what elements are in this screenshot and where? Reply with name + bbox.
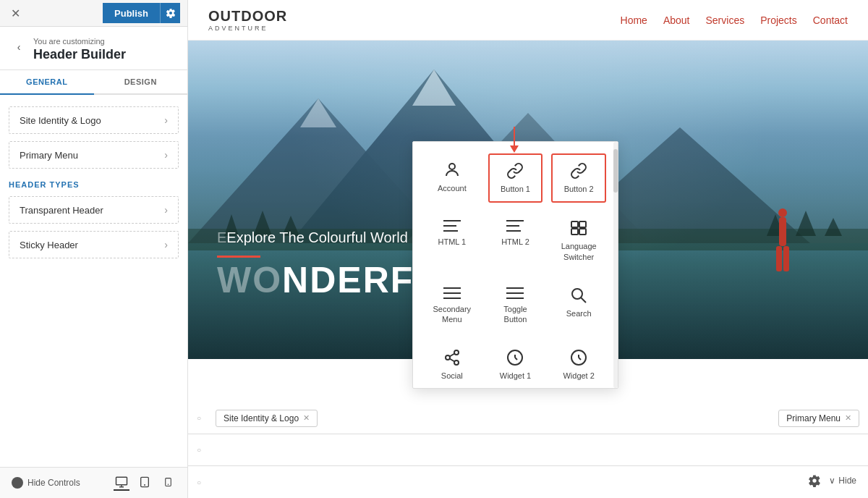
tag-label: Site Identity & Logo [224, 413, 299, 423]
svg-point-45 [454, 350, 459, 355]
popup-item-label: Toggle Button [495, 304, 537, 325]
svg-rect-23 [779, 217, 786, 246]
row-content: Site Identity & Logo ✕ [210, 410, 778, 427]
svg-rect-0 [116, 477, 127, 485]
popup-item-html2[interactable]: HTML 2 [488, 211, 543, 270]
panel-item-sticky-header[interactable]: Sticky Header › [9, 231, 179, 258]
nav-contact[interactable]: Contact [813, 14, 848, 26]
chevron-right-icon: › [164, 149, 168, 161]
app-container: ✕ Publish ‹ You are customizing Header B… [0, 0, 868, 498]
popup-item-label: Button 1 [501, 184, 530, 194]
svg-rect-25 [783, 246, 789, 271]
mobile-icon[interactable] [160, 475, 176, 491]
popup-grid: Account Button 1 Button 2 [425, 153, 606, 388]
left-panel: ✕ Publish ‹ You are customizing Header B… [0, 0, 188, 498]
popup-item-label: Social [441, 371, 463, 381]
bottom-right-controls: ∨ Hide [793, 463, 868, 498]
svg-rect-36 [579, 229, 586, 235]
chevron-right-icon: › [164, 204, 168, 216]
top-bar: ✕ Publish [0, 0, 187, 27]
popup-item-label: Secondary Menu [431, 304, 473, 325]
preview-header: OUTDOOR ADVENTURE Home About Services Pr… [188, 0, 868, 41]
section-title-header-types: HEADER TYPES [9, 180, 179, 189]
builder-row-2: ○ [188, 434, 868, 466]
svg-point-46 [446, 355, 450, 360]
remove-tag-icon[interactable]: ✕ [303, 413, 310, 423]
panel-item-label: Sticky Header [20, 240, 78, 250]
popup-item-widget1[interactable]: Widget 1 [488, 341, 543, 388]
nav-services[interactable]: Services [705, 14, 744, 26]
svg-rect-35 [571, 229, 578, 235]
popup-item-widget2[interactable]: Widget 2 [551, 341, 606, 388]
popup-item-social[interactable]: Social [425, 341, 480, 388]
site-logo: OUTDOOR ADVENTURE [208, 8, 287, 32]
popup-item-label: Widget 1 [500, 371, 531, 381]
panel-footer: Hide Controls [0, 467, 187, 498]
popup-item-search[interactable]: Search [551, 279, 606, 333]
builder-row-1: ○ Site Identity & Logo ✕ Primary Menu ✕ [188, 402, 868, 434]
tab-design[interactable]: DESIGN [94, 70, 188, 95]
popup-item-language-switcher[interactable]: Language Switcher [551, 211, 606, 270]
popup-item-secondary-menu[interactable]: Secondary Menu [425, 279, 480, 333]
popup-item-button1[interactable]: Button 1 [488, 153, 543, 203]
panel-content: Site Identity & Logo › Primary Menu › HE… [0, 95, 187, 467]
tab-general[interactable]: GENERAL [0, 70, 94, 95]
panel-item-site-identity[interactable]: Site Identity & Logo › [9, 106, 179, 134]
circle-icon [12, 477, 23, 489]
back-button[interactable]: ‹ [10, 38, 27, 56]
nav-projects[interactable]: Projects [760, 14, 797, 26]
svg-point-22 [778, 208, 787, 217]
popup-scroll[interactable]: Account Button 1 Button 2 [413, 142, 618, 388]
remove-tag-icon[interactable]: ✕ [845, 413, 851, 423]
popup-item-account[interactable]: Account [425, 153, 480, 203]
gear-button[interactable] [804, 470, 825, 491]
popup-item-label: HTML 2 [501, 237, 529, 247]
svg-rect-33 [571, 221, 578, 227]
site-tagline: ADVENTURE [208, 25, 287, 32]
svg-point-43 [572, 289, 582, 299]
chevron-right-icon: › [164, 114, 168, 126]
site-name: OUTDOOR [208, 8, 287, 25]
publish-area: Publish [103, 3, 180, 23]
primary-menu-tag[interactable]: Primary Menu ✕ [778, 410, 859, 427]
panel-item-label: Site Identity & Logo [20, 115, 101, 126]
popup-item-label: Button 2 [564, 184, 594, 194]
popup-item-button2[interactable]: Button 2 [551, 153, 606, 203]
panel-item-primary-menu[interactable]: Primary Menu › [9, 141, 179, 169]
panel-item-transparent-header[interactable]: Transparent Header › [9, 196, 179, 224]
svg-point-47 [454, 360, 459, 365]
svg-line-49 [449, 354, 454, 357]
hide-label: Hide [838, 476, 856, 486]
nav-home[interactable]: Home [621, 14, 647, 26]
device-icons [114, 475, 176, 491]
tablet-icon[interactable] [137, 475, 153, 491]
desktop-icon[interactable] [114, 475, 129, 491]
popup-item-html1[interactable]: HTML 1 [425, 211, 480, 270]
site-identity-tag[interactable]: Site Identity & Logo ✕ [216, 410, 318, 427]
tabs: GENERAL DESIGN [0, 70, 187, 95]
svg-rect-34 [579, 221, 586, 227]
nav-about[interactable]: About [663, 14, 690, 26]
chevron-down-icon: ∨ [829, 476, 835, 486]
close-button[interactable]: ✕ [7, 5, 23, 21]
hide-controls-label: Hide Controls [27, 478, 80, 488]
svg-rect-24 [776, 246, 782, 271]
row-right: Primary Menu ✕ [778, 410, 868, 427]
hide-button[interactable]: ∨ Hide [829, 476, 856, 486]
publish-button[interactable]: Publish [103, 3, 160, 23]
popup-item-label: Language Switcher [558, 241, 600, 262]
customizing-label: You are customizing [33, 37, 179, 46]
svg-point-26 [449, 164, 455, 169]
hide-controls-button[interactable]: Hide Controls [12, 477, 80, 489]
svg-line-44 [581, 297, 586, 303]
popup-item-toggle-button[interactable]: Toggle Button [488, 279, 543, 333]
builder-rows: ○ Site Identity & Logo ✕ Primary Menu ✕ … [188, 402, 868, 498]
publish-settings-button[interactable] [160, 3, 180, 23]
row-dot: ○ [188, 478, 210, 486]
svg-line-48 [449, 359, 454, 362]
customizing-title: Header Builder [33, 47, 179, 62]
preview-nav: Home About Services Projects Contact [621, 14, 848, 26]
panel-item-label: Transparent Header [20, 205, 103, 216]
popup-item-label: Search [566, 308, 592, 318]
popup-item-label: HTML 1 [438, 237, 466, 247]
